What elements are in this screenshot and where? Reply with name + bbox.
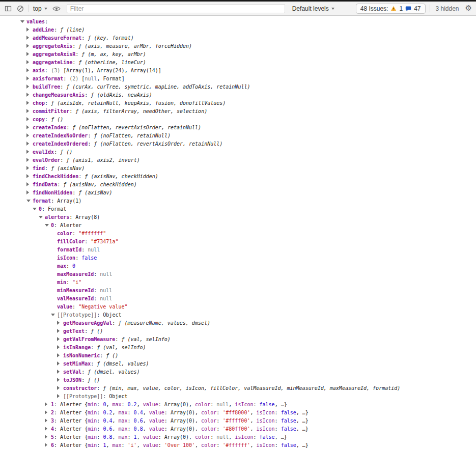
disclosure-collapsed-icon[interactable] xyxy=(57,319,63,327)
disclosure-expanded-icon[interactable] xyxy=(26,197,33,205)
disclosure-collapsed-icon[interactable] xyxy=(57,327,63,335)
tree-row[interactable]: [[Prototype]]: Object xyxy=(0,392,476,401)
tree-row[interactable]: 6: Alerter {min: 1, max: 'i', value: 'Ov… xyxy=(0,441,476,449)
console-toolbar: top Default levels 48 Issues: 1 47 3 hid… xyxy=(0,2,476,16)
tree-segment-t: : xyxy=(72,231,78,236)
disclosure-collapsed-icon[interactable] xyxy=(45,425,51,433)
tree-row[interactable]: createIndexNoOrder: ƒ (noFlatten, retain… xyxy=(0,132,476,140)
disclosure-collapsed-icon[interactable] xyxy=(57,352,63,360)
tree-row[interactable]: 3: Alerter {min: 0.4, max: 0.6, value: A… xyxy=(0,417,476,425)
tree-row[interactable]: aggregateLine: ƒ (otherLine, lineCur) xyxy=(0,59,476,67)
live-expression-button[interactable] xyxy=(50,3,63,14)
tree-row[interactable]: aggregateAxis: ƒ (axis, measure, arMbr, … xyxy=(0,42,476,50)
disclosure-collapsed-icon[interactable] xyxy=(57,384,63,392)
disclosure-expanded-icon[interactable] xyxy=(39,213,45,221)
gear-icon: ⚙ xyxy=(465,4,472,13)
tree-row[interactable]: getValFromMeasure: ƒ (val, selInfo) xyxy=(0,335,476,344)
disclosure-collapsed-icon[interactable] xyxy=(26,59,33,67)
tree-row[interactable]: findCheckHidden: ƒ (axisNav, checkHidden… xyxy=(0,173,476,181)
tree-row[interactable]: getMeasureAggVal: ƒ (measureName, values… xyxy=(0,319,476,327)
disclosure-expanded-icon[interactable] xyxy=(33,205,39,213)
disclosure-collapsed-icon[interactable] xyxy=(26,42,33,50)
disclosure-collapsed-icon[interactable] xyxy=(26,140,33,148)
tree-row[interactable]: buildTree: ƒ (curAx, curTree, symetric, … xyxy=(0,83,476,91)
disclosure-collapsed-icon[interactable] xyxy=(45,417,51,425)
disclosure-collapsed-icon[interactable] xyxy=(26,132,33,140)
tree-segment-t: : xyxy=(210,434,216,440)
disclosure-collapsed-icon[interactable] xyxy=(45,401,51,409)
tree-row[interactable]: 0: Alerter xyxy=(0,221,476,230)
tree-row[interactable]: find: ƒ (axisNav) xyxy=(0,164,476,173)
tree-row[interactable]: evalIdx: ƒ () xyxy=(0,148,476,156)
disclosure-collapsed-icon[interactable] xyxy=(57,376,63,384)
tree-row[interactable]: setVal: ƒ (dmsel, values) xyxy=(0,368,476,376)
disclosure-expanded-icon[interactable] xyxy=(45,221,51,230)
disclosure-collapsed-icon[interactable] xyxy=(26,107,33,116)
disclosure-collapsed-icon[interactable] xyxy=(57,344,63,352)
disclosure-collapsed-icon[interactable] xyxy=(26,173,33,181)
tree-row[interactable]: 4: Alerter {min: 0.6, max: 0.8, value: A… xyxy=(0,425,476,433)
tree-row[interactable]: changeMeasureAxis: ƒ (oldAxis, newAxis) xyxy=(0,91,476,99)
disclosure-collapsed-icon[interactable] xyxy=(26,116,33,124)
disclosure-collapsed-icon[interactable] xyxy=(57,392,63,401)
tree-row[interactable]: 1: Alerter {min: 0, max: 0.2, value: Arr… xyxy=(0,401,476,409)
tree-row[interactable]: evalOrder: ƒ (axis1, axis2, invert) xyxy=(0,156,476,164)
tree-row[interactable]: axis: (3) [Array(1), Array(24), Array(14… xyxy=(0,67,476,75)
tree-segment-k: setVal xyxy=(63,369,81,375)
tree-segment-t: : xyxy=(72,190,78,195)
disclosure-collapsed-icon[interactable] xyxy=(26,26,33,34)
console-sidebar-toggle-button[interactable] xyxy=(2,3,14,14)
disclosure-collapsed-icon[interactable] xyxy=(26,156,33,164)
disclosure-collapsed-icon[interactable] xyxy=(26,75,33,83)
tree-row[interactable]: axisformat: (2) [null, Format] xyxy=(0,75,476,83)
tree-row[interactable]: 5: Alerter {min: 0.8, max: 1, value: Arr… xyxy=(0,433,476,441)
filter-input[interactable] xyxy=(67,4,285,13)
disclosure-collapsed-icon[interactable] xyxy=(26,148,33,156)
tree-row[interactable]: constructor: ƒ (min, max, value, color, … xyxy=(0,384,476,392)
tree-row[interactable]: getText: ƒ () xyxy=(0,327,476,335)
tree-row[interactable]: isNonNumeric: ƒ () xyxy=(0,352,476,360)
tree-row[interactable]: createIndexOrdered: ƒ (noFlatten, revert… xyxy=(0,140,476,148)
disclosure-collapsed-icon[interactable] xyxy=(26,34,33,42)
tree-row[interactable]: findNonHidden: ƒ (axisNav) xyxy=(0,189,476,197)
tree-row[interactable]: toJSON: ƒ () xyxy=(0,376,476,384)
tree-row[interactable]: [[Prototype]]: Object xyxy=(0,311,476,319)
disclosure-collapsed-icon[interactable] xyxy=(26,67,33,75)
issues-badge[interactable]: 48 Issues: 1 47 xyxy=(356,4,426,14)
clear-console-button[interactable] xyxy=(14,3,26,14)
disclosure-collapsed-icon[interactable] xyxy=(26,181,33,189)
disclosure-collapsed-icon[interactable] xyxy=(57,368,63,376)
disclosure-collapsed-icon[interactable] xyxy=(45,441,51,449)
tree-row[interactable]: findData: ƒ (axisNav, checkHidden) xyxy=(0,181,476,189)
disclosure-expanded-icon[interactable] xyxy=(51,311,57,319)
tree-row[interactable]: alerters: Array(8) xyxy=(0,213,476,221)
disclosure-collapsed-icon[interactable] xyxy=(57,360,63,368)
log-levels-dropdown[interactable]: Default levels xyxy=(289,5,338,12)
tree-row[interactable]: setMinMax: ƒ (dmsel, values) xyxy=(0,360,476,368)
disclosure-expanded-icon[interactable] xyxy=(20,18,26,26)
tree-row[interactable]: aggregateAxisR: ƒ (m, ax, key, arMbr) xyxy=(0,50,476,59)
disclosure-collapsed-icon[interactable] xyxy=(26,164,33,173)
disclosure-collapsed-icon[interactable] xyxy=(26,189,33,197)
disclosure-collapsed-icon[interactable] xyxy=(26,99,33,107)
tree-row[interactable]: 0: Format xyxy=(0,205,476,213)
disclosure-collapsed-icon[interactable] xyxy=(57,335,63,344)
tree-row[interactable]: format: Array(1) xyxy=(0,197,476,205)
disclosure-collapsed-icon[interactable] xyxy=(26,91,33,99)
tree-row[interactable]: addMeasureFormat: ƒ (key, format) xyxy=(0,34,476,42)
tree-row[interactable]: copy: ƒ () xyxy=(0,116,476,124)
disclosure-collapsed-icon[interactable] xyxy=(45,409,51,417)
tree-row[interactable]: isInRange: ƒ (val, selInfo) xyxy=(0,344,476,352)
settings-gear-button[interactable]: ⚙ xyxy=(465,5,472,12)
tree-row[interactable]: addLine: ƒ (line) xyxy=(0,26,476,34)
disclosure-collapsed-icon[interactable] xyxy=(26,83,33,91)
tree-row[interactable]: commitFilter: ƒ (axis, filterArray, need… xyxy=(0,107,476,116)
execution-context-selector[interactable]: top xyxy=(30,5,50,12)
disclosure-collapsed-icon[interactable] xyxy=(45,433,51,441)
tree-row[interactable]: createIndex: ƒ (noFlatten, revertAxisOrd… xyxy=(0,124,476,132)
disclosure-collapsed-icon[interactable] xyxy=(26,50,33,59)
tree-row[interactable]: chop: ƒ (axisIdx, retainNull, keepAxis, … xyxy=(0,99,476,107)
disclosure-collapsed-icon[interactable] xyxy=(26,124,33,132)
tree-row[interactable]: values: xyxy=(0,18,476,26)
tree-row[interactable]: 2: Alerter {min: 0.2, max: 0.4, value: A… xyxy=(0,409,476,417)
